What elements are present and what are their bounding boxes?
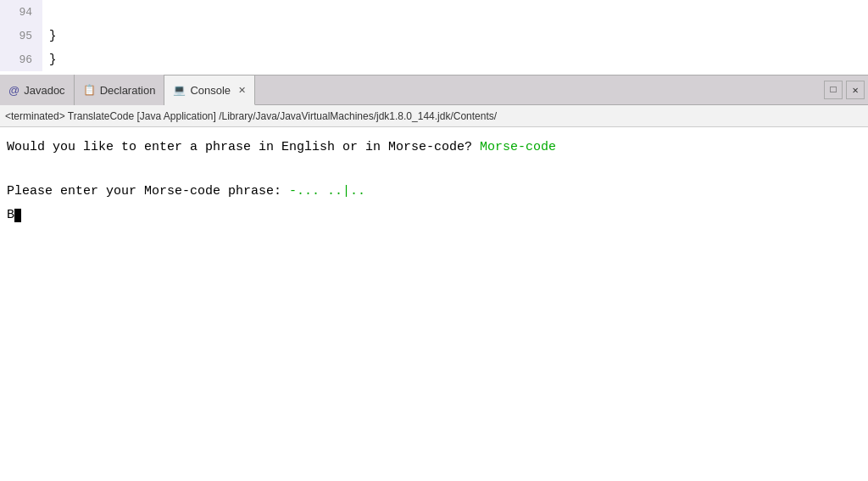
tab-declaration[interactable]: 📋 Declaration — [75, 75, 165, 105]
console-line-2-empty — [7, 161, 861, 178]
close-panel-icon: ✕ — [852, 84, 858, 97]
cursor-blink — [14, 209, 21, 222]
console-text-3-normal: Please enter your Morse-code phrase: — [7, 184, 289, 199]
close-panel-button[interactable]: ✕ — [846, 81, 865, 99]
line-content-96: } — [42, 53, 56, 66]
tab-console-label: Console — [190, 84, 231, 97]
line-content-95: } — [42, 29, 56, 42]
console-line-3: Please enter your Morse-code phrase: -..… — [7, 182, 861, 202]
code-line-96: 96 } — [0, 48, 868, 71]
code-line-94: 94 — [0, 0, 868, 24]
console-text-1-normal: Would you like to enter a phrase in Engl… — [7, 140, 480, 154]
code-editor-area: 94 95 } 96 } — [0, 0, 868, 75]
console-text-1-green: Morse-code — [480, 140, 556, 154]
console-line-1: Would you like to enter a phrase in Engl… — [7, 137, 861, 158]
tab-javadoc-label: Javadoc — [24, 84, 64, 97]
tab-bar-actions: □ ✕ — [824, 76, 868, 104]
code-line-95: 95 } — [0, 24, 868, 48]
declaration-icon: 📋 — [83, 84, 96, 96]
console-text-3-green: -... ..|.. — [289, 184, 365, 199]
console-line-4: B — [7, 205, 861, 226]
tab-javadoc[interactable]: @ Javadoc — [0, 75, 75, 105]
tab-console[interactable]: 💻 Console ✕ — [164, 75, 255, 105]
tab-declaration-label: Declaration — [100, 84, 156, 97]
tab-bar: @ Javadoc 📋 Declaration 💻 Console ✕ □ ✕ — [0, 75, 868, 105]
console-icon: 💻 — [173, 84, 186, 96]
status-text: <terminated> TranslateCode [Java Applica… — [5, 110, 497, 122]
minimize-button[interactable]: □ — [824, 81, 843, 99]
console-output[interactable]: Would you like to enter a phrase in Engl… — [0, 127, 868, 239]
status-bar: <terminated> TranslateCode [Java Applica… — [0, 105, 868, 127]
line-number-94: 94 — [0, 0, 42, 24]
line-number-96: 96 — [0, 48, 42, 71]
console-tab-close-icon[interactable]: ✕ — [238, 85, 246, 96]
line-number-95: 95 — [0, 24, 42, 48]
console-cursor-text: B — [7, 208, 14, 222]
javadoc-icon: @ — [8, 84, 19, 97]
minimize-icon: □ — [830, 84, 836, 96]
